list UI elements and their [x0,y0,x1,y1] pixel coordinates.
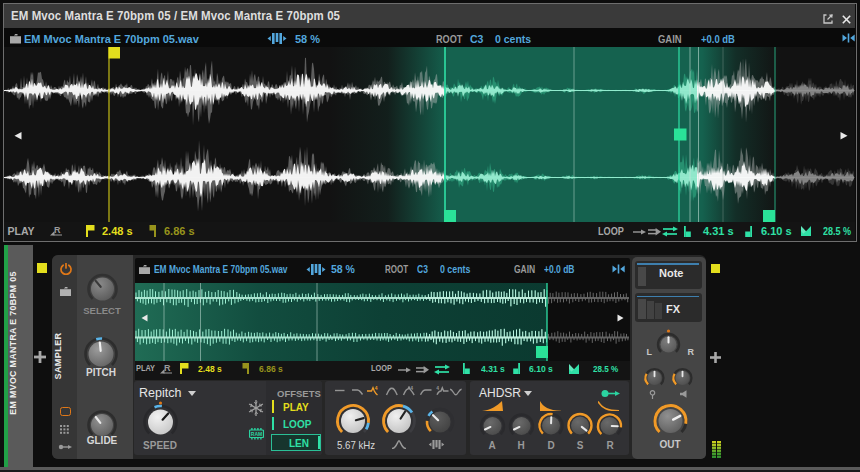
svg-text:RAM: RAM [250,431,261,437]
svg-text:R: R [54,225,61,235]
svg-text:R: R [164,363,171,373]
